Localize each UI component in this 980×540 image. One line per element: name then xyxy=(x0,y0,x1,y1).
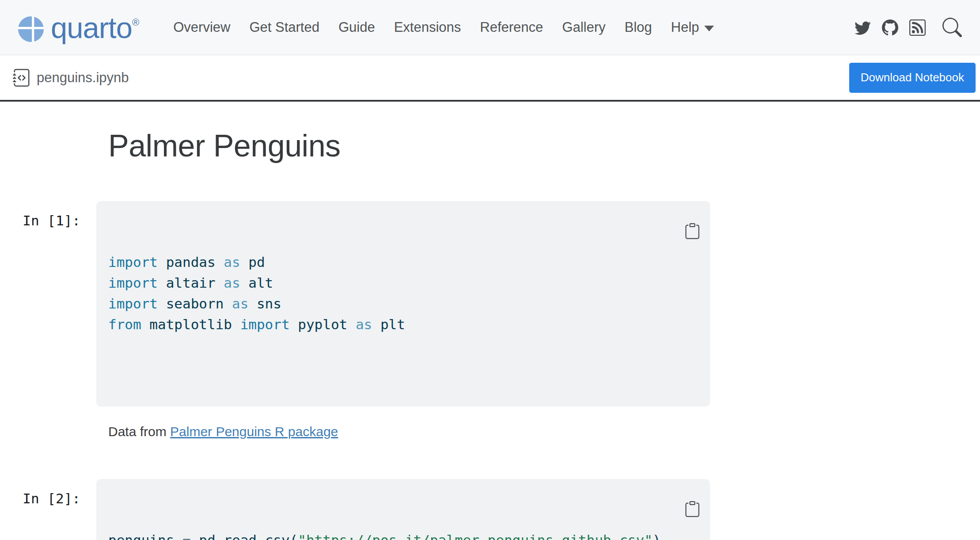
github-icon[interactable] xyxy=(882,19,898,36)
cell-execution-label: In [2]: xyxy=(0,479,96,540)
code-token: plt xyxy=(372,316,405,332)
code-token: altair xyxy=(158,275,224,291)
notebook-filename: penguins.ipynb xyxy=(13,69,129,87)
clipboard-icon[interactable] xyxy=(684,488,700,504)
code-token: ) xyxy=(653,532,661,540)
code-token: as xyxy=(224,275,240,291)
download-notebook-button[interactable]: Download Notebook xyxy=(849,63,976,93)
code-token: import xyxy=(108,254,158,270)
filename-label: penguins.ipynb xyxy=(37,70,129,86)
code-token: import xyxy=(108,275,158,291)
code-line: import altair as alt xyxy=(108,273,698,293)
top-navbar: quarto® Overview Get Started Guide Exten… xyxy=(0,0,980,55)
nav-item-help[interactable]: Help xyxy=(671,19,714,35)
code-token: sns xyxy=(248,296,281,312)
palmer-penguins-link[interactable]: Palmer Penguins R package xyxy=(170,424,338,439)
code-token: as xyxy=(232,296,248,312)
navbar-social-icons xyxy=(855,18,962,37)
code-content: import pandas as pdimport altair as alti… xyxy=(108,252,698,335)
code-content: penguins = pd.read_csv("https://pos.it/p… xyxy=(108,530,698,540)
nav-item-overview[interactable]: Overview xyxy=(173,19,230,35)
caret-down-icon xyxy=(704,26,714,31)
code-token: seaborn xyxy=(158,296,232,312)
code-token: "https://pos.it/palmer-penguins-github-c… xyxy=(298,532,653,540)
nav-item-blog[interactable]: Blog xyxy=(625,19,652,35)
code-line: import pandas as pd xyxy=(108,252,698,273)
code-line: import seaborn as sns xyxy=(108,293,698,314)
journal-code-icon xyxy=(13,69,30,87)
code-line: from matplotlib import pyplot as plt xyxy=(108,314,698,335)
code-token: pd.read_csv( xyxy=(191,532,298,540)
nav-item-reference[interactable]: Reference xyxy=(480,19,543,35)
code-token: pandas xyxy=(158,254,224,270)
cell-execution-label: In [1]: xyxy=(0,201,96,407)
quarto-globe-icon xyxy=(18,16,44,42)
code-token: from xyxy=(108,316,141,332)
twitter-icon[interactable] xyxy=(855,19,871,36)
nav-item-gallery[interactable]: Gallery xyxy=(562,19,605,35)
search-icon[interactable] xyxy=(937,18,962,37)
rss-icon[interactable] xyxy=(909,19,926,36)
code-block: penguins = pd.read_csv("https://pos.it/p… xyxy=(96,479,710,540)
data-source-note: Data from Palmer Penguins R package xyxy=(108,424,980,439)
registered-mark: ® xyxy=(132,17,139,28)
code-block: import pandas as pdimport altair as alti… xyxy=(96,201,710,407)
quarto-logo[interactable]: quarto® xyxy=(18,13,139,42)
nav-item-extensions[interactable]: Extensions xyxy=(394,19,461,35)
notebook-toolbar: penguins.ipynb Download Notebook xyxy=(0,55,980,102)
code-cell-1: In [1]: import pandas as pdimport altair… xyxy=(0,201,980,407)
code-cell-2: In [2]: penguins = pd.read_csv("https://… xyxy=(0,479,980,540)
notebook-content: Palmer Penguins In [1]: import pandas as… xyxy=(0,128,980,540)
page: quarto® Overview Get Started Guide Exten… xyxy=(0,0,980,540)
nav-item-help-label: Help xyxy=(671,19,699,35)
code-token: import xyxy=(240,316,290,332)
nav-item-get-started[interactable]: Get Started xyxy=(249,19,319,35)
page-title: Palmer Penguins xyxy=(108,128,980,164)
code-token: = xyxy=(182,532,191,540)
nav-item-guide[interactable]: Guide xyxy=(338,19,375,35)
clipboard-icon[interactable] xyxy=(684,210,700,226)
code-token: pd xyxy=(240,254,265,270)
code-token: as xyxy=(356,316,372,332)
code-token: as xyxy=(224,254,240,270)
code-token: penguins xyxy=(108,532,182,540)
code-token: alt xyxy=(240,275,273,291)
code-line: penguins = pd.read_csv("https://pos.it/p… xyxy=(108,530,698,540)
code-token: import xyxy=(108,296,158,312)
code-token: matplotlib xyxy=(141,316,240,332)
main-nav: Overview Get Started Guide Extensions Re… xyxy=(173,19,714,35)
code-token: pyplot xyxy=(290,316,356,332)
data-source-text: Data from xyxy=(108,424,170,439)
brand-wordmark: quarto® xyxy=(51,13,139,42)
